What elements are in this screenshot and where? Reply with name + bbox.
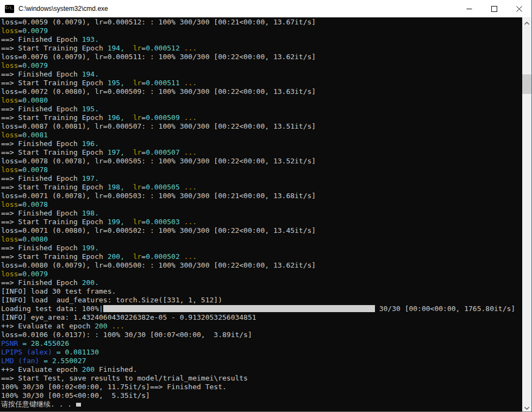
text-segment: loss=0.0059 (0.0079), lr=0.000512: : 100… (1, 18, 316, 26)
terminal-line: ==> Start Training Epoch 195, lr=0.00051… (1, 79, 522, 87)
terminal-line: ==> Start Training Epoch 197, lr=0.00050… (1, 148, 522, 157)
scroll-thumb[interactable] (522, 74, 531, 94)
text-segment: = (141, 79, 146, 87)
text-segment: 30/30 [00:00<00:00, 1765.80it/s] (375, 305, 515, 313)
text-segment: loss (1, 131, 18, 139)
maximize-button[interactable] (481, 0, 506, 17)
terminal-cursor (76, 403, 81, 407)
text-segment: ... (180, 148, 197, 156)
terminal-line: ==> Finished Epoch 198. (1, 209, 522, 218)
terminal-line: loss=0.0079 (1, 61, 522, 70)
terminal-line: ==> Finished Epoch 194. (1, 70, 522, 79)
text-segment: = (141, 252, 146, 261)
text-segment: 196, (108, 113, 124, 122)
minimize-icon (466, 4, 472, 14)
text-segment: ==> Start Training Epoch (1, 148, 108, 156)
text-segment: ... (180, 44, 197, 52)
terminal-line: ==> Finished Epoch 196. (1, 140, 522, 148)
text-segment: loss=0.0087 (0.0081), lr=0.000507: : 100… (1, 122, 316, 130)
text-segment: loss=0.0072 (0.0080), lr=0.000509: : 100… (1, 87, 316, 96)
chevron-down-icon (524, 402, 529, 412)
text-segment: ==> Finished Epoch (1, 105, 82, 113)
terminal-line: ==> Finished Epoch 199. (1, 244, 522, 252)
terminal-line: [INFO] load 30 test frames. (1, 287, 522, 296)
scroll-down-button[interactable] (522, 402, 531, 411)
text-segment: 199. (82, 244, 99, 252)
text-segment: 请按任意键继续. . . (1, 400, 76, 408)
text-segment: 0.0079 (22, 61, 48, 69)
text-segment (124, 44, 133, 52)
text-segment: ==> Finished Epoch (1, 174, 82, 182)
text-segment: 200 (95, 322, 107, 330)
text-segment: ++> Evaluate epoch (1, 365, 82, 373)
title-bar-left: C:\_ C:\windows\system32\cmd.exe (0, 0, 456, 17)
terminal-line: loss=0.0106 (0.0137): : 100% 30/30 [00:0… (1, 331, 522, 339)
terminal-area: loss=0.0059 (0.0079), lr=0.000512: : 100… (0, 17, 531, 411)
terminal-line: ==> Finished Epoch 197. (1, 174, 522, 183)
title-bar[interactable]: C:\_ C:\windows\system32\cmd.exe (0, 0, 531, 17)
text-segment: 193. (82, 35, 99, 43)
text-segment: ... (180, 113, 197, 122)
text-segment: 100% 30/30 [00:05<00:00, 5.35it/s] (1, 391, 150, 400)
terminal-line: loss=0.0087 (0.0081), lr=0.000507: : 100… (1, 122, 522, 131)
text-segment: = (18, 200, 22, 208)
text-segment: = (141, 44, 146, 52)
text-segment: loss=0.0076 (0.0079), lr=0.000511: : 100… (1, 53, 316, 61)
terminal-line: ==> Start Training Epoch 198, lr=0.00050… (1, 183, 522, 192)
text-segment: 0.000512 (146, 44, 180, 52)
text-segment: lr (133, 252, 142, 261)
terminal-line: [INFO] eye_area: 1.4324060430226382e-05 … (1, 313, 522, 322)
text-segment: LMD (fan) (1, 357, 39, 365)
text-segment: = 2.550027 (39, 357, 86, 365)
terminal-line: loss=0.0072 (0.0080), lr=0.000509: : 100… (1, 87, 522, 96)
close-button[interactable] (506, 0, 531, 17)
text-segment: 197, (108, 148, 124, 156)
text-segment: ... (180, 218, 197, 226)
cmd-icon[interactable]: C:\_ (5, 5, 14, 13)
text-segment: 0.000511 (146, 79, 180, 87)
text-segment: ==> Finished Epoch (1, 278, 82, 287)
text-segment: 200, (108, 252, 124, 261)
vertical-scrollbar[interactable] (522, 17, 531, 411)
close-icon (516, 4, 522, 14)
terminal-line: ==> Start Training Epoch 200, lr=0.00050… (1, 252, 522, 261)
terminal-line: LMD (fan) = 2.550027 (1, 357, 522, 365)
terminal-line: 100% 30/30 [00:05<00:00, 5.35it/s] (1, 391, 522, 400)
text-segment: 200. (82, 278, 99, 287)
text-segment: ... (180, 252, 197, 261)
text-segment: loss (1, 96, 18, 104)
text-segment: 0.0079 (22, 270, 48, 278)
terminal-line: Loading test data: 100%| 30/30 [00:00<00… (1, 305, 522, 313)
text-segment: ... (180, 79, 197, 87)
text-segment: loss=0.0080 (0.0079), lr=0.000500: : 100… (1, 261, 316, 269)
window-title: C:\windows\system32\cmd.exe (18, 5, 108, 12)
text-segment: ==> Start Test, save results to model/tr… (1, 374, 248, 382)
text-segment: lr (133, 79, 142, 87)
text-segment: = (18, 131, 22, 139)
progress-bar (103, 305, 375, 312)
terminal-line: loss=0.0071 (0.0080), lr=0.000502: : 100… (1, 226, 522, 235)
text-segment: 198, (108, 183, 124, 191)
text-segment: ++> Evaluate at epoch (1, 322, 95, 330)
text-segment: 0.0078 (22, 200, 48, 208)
scroll-up-button[interactable] (522, 17, 531, 27)
text-segment: 0.000505 (146, 183, 180, 191)
terminal-line: LPIPS (alex) = 0.081130 (1, 348, 522, 357)
text-segment: = (18, 27, 22, 35)
terminal-output[interactable]: loss=0.0059 (0.0079), lr=0.000512: : 100… (0, 17, 522, 411)
terminal-line: ==> Finished Epoch 193. (1, 35, 522, 44)
terminal-line: loss=0.0078 (1, 200, 522, 209)
terminal-line: loss=0.0078 (1, 166, 522, 174)
text-segment: loss (1, 166, 18, 174)
text-segment: 194. (82, 70, 99, 78)
text-segment: lr (133, 183, 142, 191)
text-segment: 195. (82, 105, 99, 113)
text-segment: 0.0081 (22, 131, 48, 139)
text-segment: = (18, 61, 22, 69)
text-segment: 0.000507 (146, 148, 180, 156)
text-segment: 195, (108, 79, 124, 87)
text-segment: = (141, 218, 146, 226)
minimize-button[interactable] (456, 0, 481, 17)
text-segment: 0.000503 (146, 218, 180, 226)
text-segment: 0.0079 (22, 27, 48, 35)
